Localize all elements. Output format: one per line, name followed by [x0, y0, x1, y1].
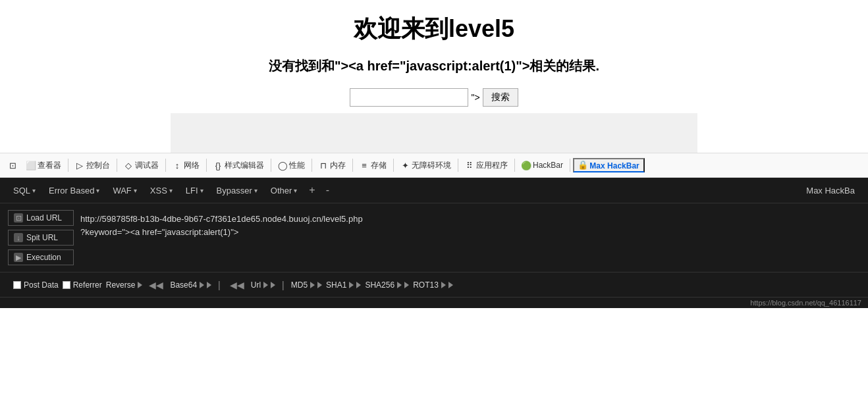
base64-item[interactable]: Base64 [170, 280, 211, 290]
sep1 [68, 159, 68, 172]
devtools-perf-btn[interactable]: ◯ 性能 [274, 159, 309, 172]
sep3 [165, 159, 166, 172]
sep6 [312, 159, 312, 172]
other-arrow: ▾ [294, 187, 297, 194]
menu-bypasser[interactable]: Bypasser ▾ [210, 182, 264, 199]
reverse-arrow-right [138, 282, 142, 288]
rot13-item[interactable]: ROT13 [413, 280, 453, 290]
sha1-item[interactable]: SHA1 [326, 280, 361, 290]
url-line1: http://598785f8-b13b-4dbe-9b67-c7f361e1d… [80, 214, 363, 224]
devtools-style-btn[interactable]: {} 样式编辑器 [209, 159, 268, 172]
md5-item[interactable]: MD5 [291, 280, 322, 290]
inspector-icon: ⊡ [8, 161, 17, 170]
hackbar-label: HackBar [533, 161, 563, 170]
network-label: 网络 [184, 160, 200, 171]
load-url-label: Load URL [26, 213, 62, 222]
status-bar: https://blog.csdn.net/qq_46116117 [0, 297, 868, 308]
error-based-label: Error Based [49, 186, 94, 196]
load-url-button[interactable]: ⊡ Load URL [8, 210, 74, 226]
devtools-network-btn[interactable]: ↕ 网络 [169, 159, 203, 172]
a11y-icon: ✦ [400, 161, 410, 170]
execution-label: Execution [26, 253, 61, 262]
sha1-label: SHA1 [326, 280, 346, 290]
sha256-label: SHA256 [365, 280, 394, 290]
devtools-maxhackbar-btn[interactable]: 🔒 Max HackBar [573, 158, 645, 173]
bottom-toolbar: Post Data Referrer Reverse ◀◀ Base64 | ◀… [0, 272, 868, 297]
menu-other[interactable]: Other ▾ [264, 182, 304, 199]
load-url-icon: ⊡ [14, 213, 23, 222]
sha256-arrow [397, 282, 402, 288]
execution-button[interactable]: ▶ Execution [8, 249, 74, 265]
style-icon: {} [213, 161, 223, 170]
spit-url-icon: ↓ [14, 233, 23, 242]
devtools-viewer-btn[interactable]: ⬜ 查看器 [22, 159, 65, 172]
url-item[interactable]: Url [251, 280, 275, 290]
search-area: "> 搜索 [0, 88, 868, 107]
devtools-debugger-btn[interactable]: ◇ 调试器 [120, 159, 163, 172]
base64-arrow-right2 [207, 282, 211, 288]
post-data-item[interactable]: Post Data [13, 280, 59, 290]
menu-error-based[interactable]: Error Based ▾ [42, 182, 106, 199]
sep-left-arrows: ◀◀ [146, 280, 166, 290]
search-button[interactable]: 搜索 [483, 88, 518, 107]
spit-url-button[interactable]: ↓ Spit URL [8, 230, 74, 246]
waf-label: WAF [113, 186, 131, 196]
maxhackbar-icon: 🔒 [578, 161, 587, 170]
page-title: 欢迎来到level5 [0, 13, 868, 45]
devtools-inspector-btn[interactable]: ⊡ [4, 159, 21, 171]
rot13-arrow [441, 282, 446, 288]
debugger-icon: ◇ [124, 161, 133, 170]
lfi-arrow: ▾ [200, 187, 203, 194]
md5-label: MD5 [291, 280, 308, 290]
viewer-icon: ⬜ [26, 161, 36, 170]
sha256-item[interactable]: SHA256 [365, 280, 409, 290]
search-input[interactable] [350, 88, 468, 107]
network-icon: ↕ [173, 161, 182, 170]
url-arrow-right [263, 282, 268, 288]
reverse-item[interactable]: Reverse [106, 280, 143, 290]
memory-icon: ⊓ [319, 161, 328, 170]
error-based-arrow: ▾ [96, 187, 99, 194]
devtools-a11y-btn[interactable]: ✦ 无障碍环境 [396, 159, 455, 172]
other-label: Other [271, 186, 292, 196]
devtools-hackbar-btn[interactable]: 🟢 HackBar [518, 159, 567, 171]
sep-pipe2: | [279, 280, 287, 290]
post-data-label: Post Data [24, 280, 59, 290]
menu-lfi[interactable]: LFI ▾ [179, 182, 210, 199]
sep11 [570, 159, 570, 172]
devtools-storage-btn[interactable]: ≡ 存储 [356, 159, 391, 172]
devtools-app-btn[interactable]: ⠿ 应用程序 [461, 159, 512, 172]
sha1-arrow2 [356, 282, 361, 288]
perf-label: 性能 [289, 160, 305, 171]
perf-icon: ◯ [278, 161, 287, 170]
referrer-checkbox[interactable] [63, 281, 70, 289]
viewer-label: 查看器 [38, 160, 61, 171]
base64-arrow-right [200, 282, 204, 288]
post-data-checkbox[interactable] [13, 281, 21, 289]
referrer-item[interactable]: Referrer [63, 280, 102, 290]
devtools-memory-btn[interactable]: ⊓ 内存 [315, 159, 350, 172]
menu-plus[interactable]: + [304, 180, 320, 200]
console-icon: ▷ [75, 161, 84, 170]
a11y-label: 无障碍环境 [412, 160, 451, 171]
debugger-label: 调试器 [135, 160, 159, 171]
devtools-bar: ⊡ ⬜ 查看器 ▷ 控制台 ◇ 调试器 ↕ 网络 {} 样式编辑器 ◯ 性能 ⊓… [0, 153, 868, 178]
menu-xss[interactable]: XSS ▾ [144, 182, 179, 199]
page-content: 欢迎来到level5 没有找到和"><a href="javascript:al… [0, 0, 868, 153]
sha256-arrow2 [404, 282, 409, 288]
menu-waf[interactable]: WAF ▾ [106, 182, 143, 199]
menu-sql[interactable]: SQL ▾ [7, 182, 42, 199]
storage-icon: ≡ [360, 161, 369, 170]
menu-minus[interactable]: - [321, 180, 335, 200]
referrer-label: Referrer [73, 280, 102, 290]
gray-box [171, 113, 697, 153]
minus-label: - [326, 184, 329, 196]
console-label: 控制台 [86, 160, 110, 171]
sep7 [352, 159, 353, 172]
devtools-console-btn[interactable]: ▷ 控制台 [71, 159, 114, 172]
hackbar-toolbar: SQL ▾ Error Based ▾ WAF ▾ XSS ▾ LFI ▾ By… [0, 178, 868, 203]
bypasser-label: Bypasser [217, 186, 252, 196]
style-label: 样式编辑器 [225, 160, 264, 171]
reverse-label: Reverse [106, 280, 136, 290]
status-url: https://blog.csdn.net/qq_46116117 [750, 299, 861, 307]
